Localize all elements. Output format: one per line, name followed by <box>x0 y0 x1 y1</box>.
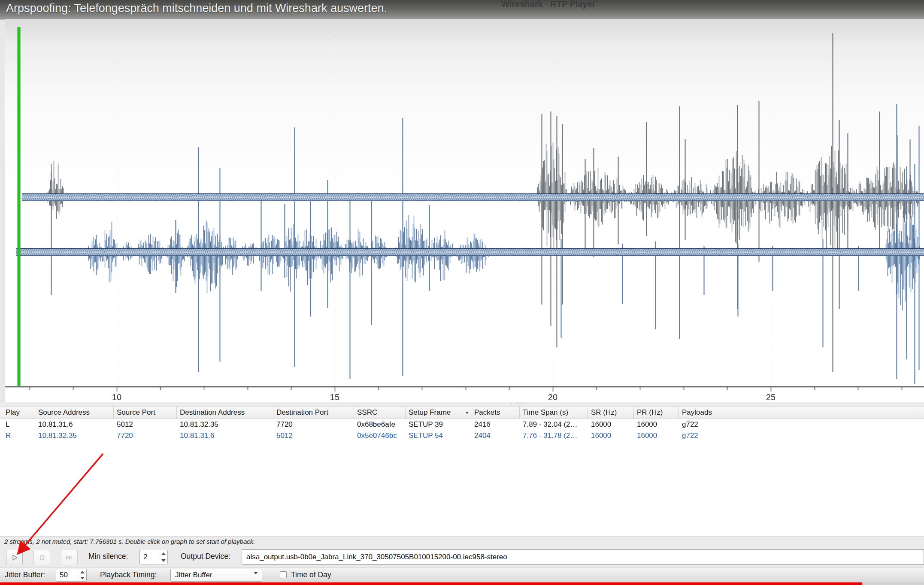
table-header-cell[interactable]: Play <box>0 407 35 419</box>
table-cell[interactable]: 5012 <box>114 419 177 430</box>
spin-up-icon[interactable] <box>78 569 86 575</box>
playback-options-row: Jitter Buffer: 50 Playback Timing: Jitte… <box>0 567 924 583</box>
playback-timing-label: Playback Timing: <box>100 570 157 579</box>
table-header-cell[interactable]: Setup Frame▾ <box>406 407 471 419</box>
table-row[interactable]: R10.81.32.35772010.81.31.650120x5e0746bc… <box>0 430 924 441</box>
table-cell[interactable]: 0x68be6afe <box>354 419 406 430</box>
table-header-cell[interactable]: Time Span (s) <box>520 407 588 419</box>
play-button[interactable] <box>6 550 23 565</box>
min-silence-value[interactable]: 2 <box>140 550 159 564</box>
table-body: L10.81.31.6501210.81.32.3577200x68be6afe… <box>0 419 924 441</box>
table-header-cell[interactable]: Destination Port <box>273 407 354 419</box>
status-text: 2 streams, 2 not muted, start: 7.756301 … <box>4 538 255 545</box>
table-header-row: PlaySource AddressSource PortDestination… <box>0 407 924 419</box>
table-cell[interactable]: 16000 <box>634 419 679 430</box>
min-silence-stepper[interactable]: 2 <box>139 550 168 564</box>
spin-up-icon[interactable] <box>159 550 167 557</box>
sort-indicator-icon: ▾ <box>466 407 468 418</box>
table-cell[interactable]: 16000 <box>634 430 679 441</box>
table-cell[interactable]: 7720 <box>114 430 177 441</box>
table-header-cell[interactable]: Payloads <box>679 407 919 419</box>
min-silence-label: Min silence: <box>88 552 128 561</box>
jitter-buffer-value[interactable]: 50 <box>56 569 78 581</box>
video-progress-track[interactable] <box>0 582 924 585</box>
jitter-buffer-stepper[interactable]: 50 <box>56 569 87 582</box>
splitter-grip-icon: ····· <box>511 400 527 406</box>
table-cell[interactable]: 2404 <box>471 430 520 441</box>
stop-button[interactable] <box>33 550 50 565</box>
playback-timing-dropdown[interactable]: Jitter Buffer <box>170 569 262 582</box>
video-title: Arpspoofing: Telefongespräch mitschneide… <box>6 2 387 15</box>
output-device-label: Output Device: <box>181 552 230 561</box>
waveform-plot[interactable] <box>5 19 924 402</box>
table-header-cell[interactable]: Source Port <box>114 407 177 419</box>
table-row[interactable]: L10.81.31.6501210.81.32.3577200x68be6afe… <box>0 419 924 430</box>
table-cell[interactable]: 7.76 - 31.78 (2… <box>520 430 588 441</box>
output-device-combo[interactable]: alsa_output.usb-0b0e_Jabra_Link_370_3050… <box>242 549 924 565</box>
table-cell[interactable]: SETUP 54 <box>406 430 471 441</box>
table-header-cell[interactable]: SR (Hz) <box>588 407 634 419</box>
output-device-value: alsa_output.usb-0b0e_Jabra_Link_370_3050… <box>246 553 507 561</box>
table-cell[interactable]: 7.89 - 32.04 (2… <box>520 419 588 430</box>
table-cell[interactable]: g722 <box>679 430 919 441</box>
table-cell[interactable]: 10.81.32.35 <box>177 419 273 430</box>
spin-down-icon[interactable] <box>78 575 86 581</box>
table-cell[interactable]: 0x5e0746bc <box>354 430 406 441</box>
table-header-cell[interactable]: PR (Hz) <box>634 407 679 419</box>
table-cell[interactable]: g722 <box>679 419 919 430</box>
rtp-streams-table: PlaySource AddressSource PortDestination… <box>0 407 924 537</box>
time-of-day-checkbox[interactable] <box>280 571 287 578</box>
table-cell[interactable]: 5012 <box>273 430 354 441</box>
table-cell[interactable]: 7720 <box>273 419 354 430</box>
jitter-buffer-label: Jitter Buffer: <box>5 570 45 579</box>
table-cell[interactable]: L <box>0 419 35 430</box>
skip-silence-icon <box>65 553 74 562</box>
table-cell[interactable]: 16000 <box>588 419 634 430</box>
player-controls-row: Min silence: 2 Output Device: alsa_outpu… <box>0 546 924 567</box>
table-cell[interactable]: R <box>0 430 35 441</box>
video-progress-bar[interactable] <box>0 582 862 585</box>
table-cell[interactable]: 2416 <box>471 419 520 430</box>
waveform-canvas[interactable] <box>5 19 924 402</box>
table-cell[interactable]: 10.81.31.6 <box>177 430 273 441</box>
play-icon <box>10 553 19 562</box>
table-cell[interactable]: 10.81.31.6 <box>35 419 114 430</box>
table-header-cell[interactable]: Packets <box>471 407 520 419</box>
window-title: Wireshark · RTP Player <box>501 0 596 9</box>
chevron-down-icon <box>254 574 258 583</box>
time-of-day-label: Time of Day <box>291 570 331 579</box>
status-bar: 2 streams, 2 not muted, start: 7.756301 … <box>0 536 924 547</box>
table-header-cell[interactable]: SSRC <box>354 407 406 419</box>
playback-timing-value: Jitter Buffer <box>175 571 212 579</box>
table-header-cell[interactable]: Source Address <box>35 407 114 419</box>
table-cell[interactable]: 10.81.32.35 <box>35 430 114 441</box>
table-cell[interactable]: 16000 <box>588 430 634 441</box>
video-overlay-titlebar: Arpspoofing: Telefongespräch mitschneide… <box>0 0 924 20</box>
table-header-cell[interactable]: Destination Address <box>177 407 273 419</box>
table-cell[interactable]: SETUP 39 <box>406 419 471 430</box>
splitter-handle[interactable]: ····· <box>0 402 924 407</box>
spin-down-icon[interactable] <box>159 557 167 564</box>
stop-icon <box>38 553 46 562</box>
skip-silence-button[interactable] <box>61 550 78 565</box>
